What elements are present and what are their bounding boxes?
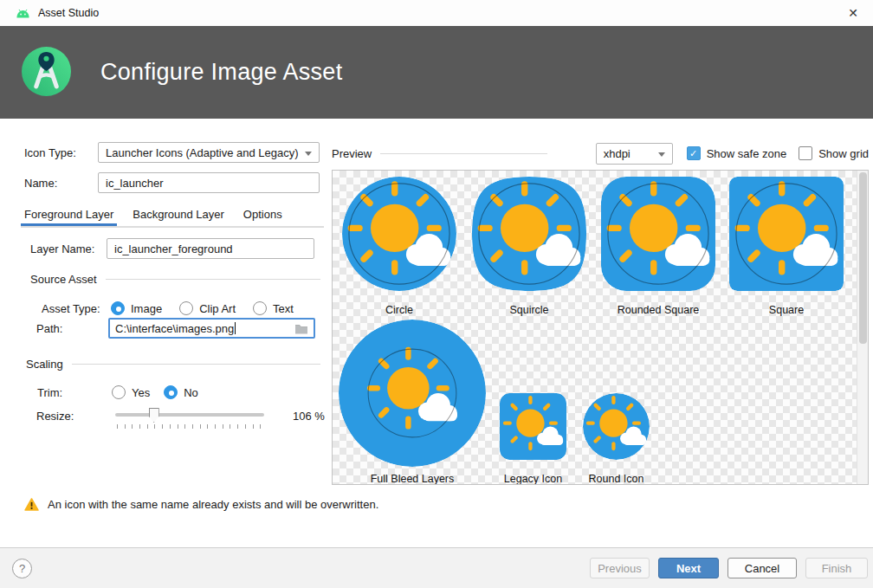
preview-tile-round: Round Icon [583,393,650,485]
radio-trim-yes-circle[interactable] [112,385,126,399]
icon-type-label: Icon Type: [24,146,76,159]
preview-tile-label: Square [769,304,804,316]
path-label: Path: [36,322,62,335]
density-value: xhdpi [604,147,630,160]
weather-icon-circle [342,177,456,294]
asset-type-label: Asset Type: [42,302,100,315]
layer-tabs: Foreground Layer Background Layer Option… [21,205,324,228]
preview-tile-square: Square [729,177,844,316]
preview-tile-label: Full Bleed Layers [371,473,455,485]
tab-foreground-layer[interactable]: Foreground Layer [21,205,117,226]
preview-scrollbar[interactable] [857,171,868,484]
weather-icon-round [583,393,650,462]
radio-clip-art-label: Clip Art [199,302,236,315]
path-value: C:\interface\images.png [115,322,234,335]
resize-value: 106 % [293,410,325,423]
warning-icon [24,498,39,511]
asset-type-radio-group: Image Clip Art Text [111,301,294,315]
show-grid-label: Show grid [818,147,869,160]
show-safe-zone-checkbox[interactable]: ✓ [687,146,701,160]
radio-image-circle[interactable] [111,301,125,315]
titlebar: Asset Studio ✕ [0,0,873,26]
wizard-buttons: Previous Next Cancel Finish [590,558,868,578]
layer-name-value: ic_launcher_foreground [114,242,233,255]
radio-text[interactable]: Text [253,301,294,315]
tab-options[interactable]: Options [240,205,286,226]
weather-icon-squircle [472,177,586,294]
asset-studio-dialog: Asset Studio ✕ Configure Image Asset Ico… [0,0,873,588]
header-banner: Configure Image Asset [0,26,873,119]
section-divider [72,364,320,365]
preview-tile-label: Legacy Icon [504,473,562,485]
help-icon[interactable]: ? [12,559,32,578]
layer-name-input[interactable]: ic_launcher_foreground [107,238,314,259]
preview-tile-label: Round Icon [589,473,644,485]
radio-clip-art-circle[interactable] [179,301,193,315]
trim-radio-group: Yes No [112,385,198,399]
layer-name-label: Layer Name: [30,242,94,255]
source-asset-section-label: Source Asset [30,273,97,286]
section-divider [380,153,546,154]
preview-section-label: Preview [332,147,372,160]
preview-tile-label: Rounded Square [618,304,700,316]
path-input[interactable]: C:\interface\images.png [108,318,315,339]
preview-tile-label: Squircle [509,304,548,316]
previous-button[interactable]: Previous [590,558,650,578]
scaling-section-label: Scaling [26,358,63,371]
radio-trim-yes-label: Yes [132,386,150,399]
name-label: Name: [24,177,57,190]
icon-type-value: Launcher Icons (Adaptive and Legacy) [106,146,299,159]
footer: ? Previous Next Cancel Finish [0,548,873,588]
trim-label: Trim: [37,386,62,399]
preview-scrollbar-thumb[interactable] [859,172,867,344]
text-cursor [235,322,236,334]
close-icon[interactable]: ✕ [833,0,873,26]
show-safe-zone-label: Show safe zone [707,147,787,160]
preview-tile-squircle: Squircle [472,177,586,316]
cancel-button[interactable]: Cancel [728,558,797,578]
window-title: Asset Studio [38,7,99,19]
resize-label: Resize: [36,410,74,423]
icon-type-select[interactable]: Launcher Icons (Adaptive and Legacy) [98,142,320,163]
radio-image[interactable]: Image [111,301,162,315]
radio-text-circle[interactable] [253,301,267,315]
radio-trim-no-circle[interactable] [164,385,178,399]
preview-tile-label: Circle [385,304,413,316]
name-value: ic_launcher [106,177,164,190]
preview-canvas: CircleSquircleRounded SquareSquareFull B… [332,170,869,485]
next-button[interactable]: Next [658,558,719,578]
weather-icon-legacy [500,393,566,462]
page-title: Configure Image Asset [100,59,342,86]
radio-trim-yes[interactable]: Yes [112,385,150,399]
weather-icon-fullbleed [339,320,486,469]
density-select[interactable]: xhdpi [596,143,673,165]
slider-thumb[interactable] [149,408,159,423]
show-grid-option[interactable]: ✓ Show grid [799,146,869,160]
warning-text: An icon with the same name already exist… [48,498,378,511]
weather-icon-rounded [601,177,715,294]
android-studio-logo-icon [22,47,71,99]
radio-image-label: Image [131,302,162,315]
show-grid-checkbox[interactable]: ✓ [799,146,812,160]
name-input[interactable]: ic_launcher [98,172,320,193]
preview-tile-rounded: Rounded Square [601,177,715,316]
resize-slider[interactable] [115,407,264,430]
form-panel: Icon Type: Launcher Icons (Adaptive and … [0,119,332,500]
weather-icon-square [729,177,844,294]
radio-clip-art[interactable]: Clip Art [179,301,236,315]
slider-track[interactable] [115,413,264,417]
radio-trim-no-label: No [184,386,198,399]
slider-ticks [117,424,261,429]
finish-button[interactable]: Finish [805,558,868,578]
radio-trim-no[interactable]: No [164,385,198,399]
browse-folder-icon[interactable] [294,323,308,334]
radio-text-label: Text [273,302,294,315]
section-divider [106,279,320,280]
warning-row: An icon with the same name already exist… [24,498,378,511]
preview-tile-fullbleed: Full Bleed Layers [339,320,486,485]
preview-tile-legacy: Legacy Icon [500,393,566,485]
show-safe-zone-option[interactable]: ✓ Show safe zone [687,146,787,160]
tab-background-layer[interactable]: Background Layer [129,205,228,226]
preview-header: Preview xhdpi ✓ Show safe zone ✓ Show gr… [332,142,869,165]
android-icon [16,9,30,18]
